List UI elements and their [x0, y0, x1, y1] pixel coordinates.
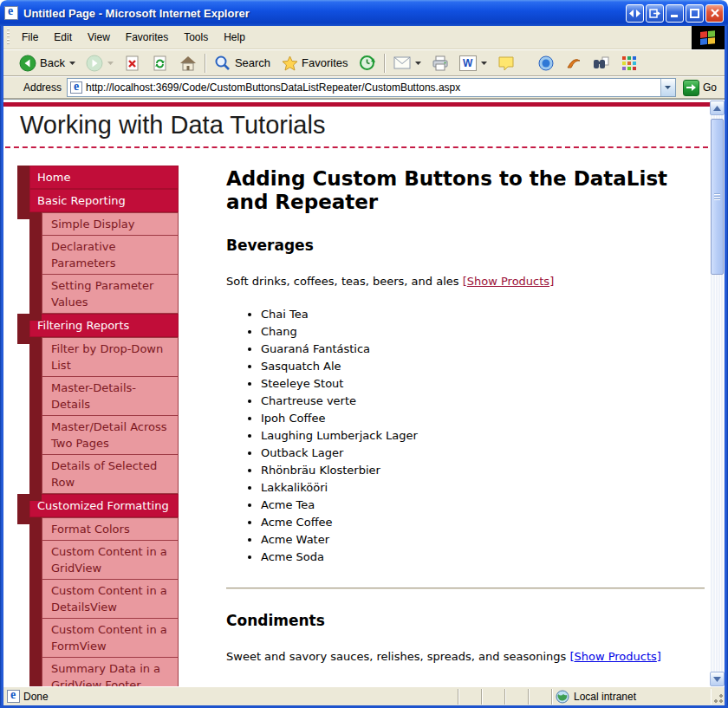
sidebar-item-summary-data-footer[interactable]: Summary Data in a GridView Footer [42, 657, 179, 686]
stop-button[interactable] [119, 52, 146, 75]
show-products-link-condiments[interactable]: Show Products [574, 650, 656, 663]
sidebar-item-master-detail-two-pages[interactable]: Master/Detail Across Two Pages [42, 415, 179, 455]
edit-dropdown-icon[interactable] [481, 62, 487, 65]
scroll-up-button[interactable] [710, 101, 725, 115]
sidebar-item-custom-content-gridview[interactable]: Custom Content in a GridView [42, 540, 179, 580]
menu-edit[interactable]: Edit [46, 26, 80, 49]
sidebar-item-details-of-selected-row[interactable]: Details of Selected Row [42, 454, 179, 494]
go-button[interactable] [683, 80, 699, 96]
sidebar-nav: Home Basic Reporting Simple Display Decl… [17, 166, 179, 686]
menubar-grip[interactable] [5, 29, 12, 46]
favorites-star-icon [281, 55, 298, 72]
home-button[interactable] [174, 52, 202, 75]
site-header: Working with Data Tutorials [5, 107, 708, 148]
menu-help[interactable]: Help [216, 26, 253, 49]
main-content: Adding Custom Buttons to the DataList an… [226, 167, 705, 663]
beverages-description-line: Soft drinks, coffees, teas, beers, and a… [226, 275, 705, 288]
messenger-icon [537, 55, 555, 72]
beverages-description: Soft drinks, coffees, teas, beers, and a… [226, 275, 463, 288]
print-button[interactable] [426, 52, 454, 75]
address-dropdown-button[interactable] [660, 79, 675, 96]
status-pane-empty [529, 689, 552, 705]
product-item: Guaraná Fantástica [261, 341, 705, 358]
window-title: Untitled Page - Microsoft Internet Explo… [23, 7, 624, 20]
back-label: Back [40, 56, 65, 69]
go-label[interactable]: Go [703, 81, 717, 94]
product-item: Laughing Lumberjack Lager [261, 427, 705, 445]
sidebar-item-format-colors[interactable]: Format Colors [42, 517, 179, 541]
sidebar-item-master-details-details[interactable]: Master-Details-Details [42, 376, 179, 416]
menu-file[interactable]: File [14, 26, 46, 49]
nav-subs-basic-reporting: Simple Display Declarative Parameters Se… [29, 212, 179, 314]
section-title-beverages: Beverages [226, 237, 705, 254]
beverages-product-list: Chai Tea Chang Guaraná Fantástica Sasqua… [226, 306, 705, 566]
menu-favorites[interactable]: Favorites [118, 26, 176, 49]
vertical-scrollbar[interactable] [710, 101, 725, 686]
sidebar-item-simple-display[interactable]: Simple Display [42, 212, 179, 236]
nav-group-home: Home [17, 166, 179, 189]
product-item: Chang [261, 323, 705, 341]
ie-window: Untitled Page - Microsoft Internet Explo… [0, 0, 728, 708]
product-item: Chartreuse verte [261, 393, 705, 410]
stop-icon [124, 55, 141, 72]
address-input[interactable] [82, 80, 660, 95]
back-button[interactable]: Back [14, 52, 81, 75]
sidebar-item-setting-parameter-values[interactable]: Setting Parameter Values [42, 274, 179, 314]
product-item: Acme Coffee [261, 514, 705, 531]
status-bar: Done Local intranet [3, 686, 725, 705]
web-page: Working with Data Tutorials Home Basic R… [3, 101, 710, 686]
product-item: Sasquatch Ale [261, 358, 705, 375]
addon-swoosh-button[interactable] [560, 52, 588, 75]
scroll-down-button[interactable] [710, 672, 725, 686]
resize-grip[interactable] [711, 689, 725, 705]
show-products-link-beverages[interactable]: Show Products [467, 275, 549, 288]
minimize-button[interactable] [666, 4, 684, 23]
history-button[interactable] [354, 52, 381, 75]
back-dropdown-icon[interactable] [69, 62, 75, 65]
forward-button[interactable] [81, 52, 119, 75]
search-button[interactable]: Search [209, 52, 276, 75]
zone-text: Local intranet [574, 691, 636, 703]
sidebar-item-declarative-parameters[interactable]: Declarative Parameters [42, 235, 179, 275]
nav-subs-customized-formatting: Format Colors Custom Content in a GridVi… [29, 517, 179, 686]
section-title-condiments: Condiments [226, 612, 705, 629]
research-button[interactable] [588, 52, 615, 75]
sidebar-item-home[interactable]: Home [17, 166, 179, 189]
address-label: Address [16, 81, 67, 94]
resize-arrows-button[interactable] [626, 4, 644, 23]
page-status-icon [7, 690, 20, 703]
menu-tools[interactable]: Tools [176, 26, 216, 49]
word-icon: W [459, 55, 477, 71]
mail-icon [393, 55, 411, 72]
status-pane-empty [482, 689, 505, 705]
forward-dropdown-icon[interactable] [107, 62, 114, 65]
sidebar-item-custom-content-formview[interactable]: Custom Content in a FormView [42, 618, 179, 658]
product-item: Steeleye Stout [261, 375, 705, 393]
back-icon [19, 55, 36, 72]
addon-grid-button[interactable] [615, 52, 643, 75]
undock-button[interactable] [646, 4, 664, 23]
maximize-button[interactable] [686, 4, 704, 23]
condiments-description-line: Sweet and savory sauces, relishes, sprea… [226, 650, 705, 663]
menu-view[interactable]: View [80, 26, 118, 49]
favorites-button[interactable]: Favorites [276, 52, 353, 75]
discuss-button[interactable] [492, 52, 520, 75]
standard-buttons-toolbar: Back Search Favorites W [3, 49, 725, 76]
toolbar-separator [384, 54, 386, 73]
sidebar-item-filter-by-dropdown-list[interactable]: Filter by Drop-Down List [42, 337, 179, 377]
edit-with-word-button[interactable]: W [454, 53, 492, 74]
sidebar-item-custom-content-detailsview[interactable]: Custom Content in a DetailsView [42, 579, 179, 619]
refresh-button[interactable] [146, 52, 174, 75]
history-icon [359, 55, 376, 72]
status-pane-empty [458, 689, 482, 705]
bracket-close: ] [549, 275, 554, 288]
product-item: Outback Lager [261, 445, 705, 462]
messenger-button[interactable] [532, 52, 560, 75]
sidebar-item-basic-reporting[interactable]: Basic Reporting [17, 189, 179, 212]
scrollbar-thumb[interactable] [711, 119, 724, 275]
page-favicon [70, 81, 82, 94]
close-button[interactable] [705, 4, 724, 23]
mail-button[interactable] [388, 52, 426, 75]
mail-dropdown-icon[interactable] [415, 62, 421, 65]
menubar-spacer [253, 26, 692, 49]
